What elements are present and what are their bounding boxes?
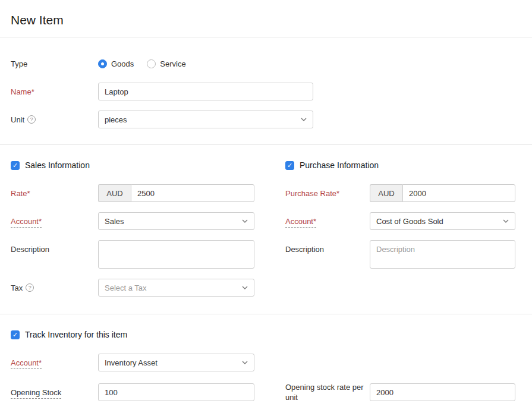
unit-row: Unit ? pieces xyxy=(11,111,521,128)
opening-stock-label-wrap: Opening Stock xyxy=(11,387,98,398)
purchase-account-select[interactable]: Cost of Goods Sold xyxy=(370,212,515,230)
chevron-down-icon xyxy=(301,118,307,121)
sales-tax-select[interactable]: Select a Tax xyxy=(98,279,254,297)
inventory-section: Track Inventory for this item Account* I… xyxy=(0,330,532,402)
sales-section-header: Sales Information xyxy=(11,160,285,170)
sales-rate-group: AUD xyxy=(98,184,254,202)
sales-tax-label-wrap: Tax ? xyxy=(11,283,98,293)
purchase-account-value: Cost of Goods Sold xyxy=(376,217,443,226)
purchase-rate-group: AUD xyxy=(370,184,515,202)
radio-service[interactable]: Service xyxy=(147,59,185,68)
checkbox-checked-icon[interactable] xyxy=(11,330,20,339)
opening-stock-rate-right: Opening stock rate per unit xyxy=(285,382,521,402)
sales-description-label: Description xyxy=(11,240,98,254)
inventory-section-header: Track Inventory for this item xyxy=(11,330,521,339)
type-label: Type xyxy=(11,59,98,69)
help-icon[interactable]: ? xyxy=(26,283,34,292)
sales-description-row: Description xyxy=(11,240,285,269)
sales-description-textarea[interactable] xyxy=(98,240,254,269)
opening-stock-rate-input[interactable] xyxy=(370,383,515,401)
type-radio-group: Goods Service xyxy=(98,59,186,68)
sales-account-label: Account* xyxy=(11,217,42,228)
sales-column: Sales Information Rate* AUD Account* Sal… xyxy=(11,145,285,297)
type-row: Type Goods Service xyxy=(11,59,521,69)
purchase-description-row: Description xyxy=(285,240,521,269)
purchase-account-label: Account* xyxy=(285,217,316,228)
name-label: Name* xyxy=(11,87,98,97)
purchase-account-label-wrap: Account* xyxy=(285,216,370,226)
radio-selected-icon[interactable] xyxy=(98,59,107,68)
purchase-rate-label: Purchase Rate* xyxy=(285,188,370,198)
sales-account-label-wrap: Account* xyxy=(11,216,98,226)
sales-tax-row: Tax ? Select a Tax xyxy=(11,279,285,297)
opening-stock-label: Opening Stock xyxy=(11,388,61,399)
purchase-description-textarea[interactable] xyxy=(370,240,515,269)
inventory-account-select[interactable]: Inventory Asset xyxy=(98,354,254,371)
sales-account-select[interactable]: Sales xyxy=(98,212,254,230)
radio-service-label: Service xyxy=(160,59,185,68)
unit-select[interactable]: pieces xyxy=(98,111,313,128)
chevron-down-icon xyxy=(242,361,248,364)
purchase-account-row: Account* Cost of Goods Sold xyxy=(285,212,521,230)
purchase-section-title: Purchase Information xyxy=(300,160,379,170)
new-item-page: New Item Type Goods Service Name* Uni xyxy=(0,0,532,402)
purchase-rate-input[interactable] xyxy=(402,184,515,202)
currency-prefix: AUD xyxy=(370,184,402,202)
sales-account-row: Account* Sales xyxy=(11,212,285,230)
opening-stock-rate-label: Opening stock rate per unit xyxy=(285,382,370,402)
unit-label: Unit xyxy=(11,115,24,125)
opening-stock-left: Opening Stock xyxy=(11,383,285,401)
opening-stock-input[interactable] xyxy=(98,383,254,401)
inventory-account-row: Account* Inventory Asset xyxy=(11,354,521,371)
currency-prefix: AUD xyxy=(98,184,131,202)
checkbox-checked-icon[interactable] xyxy=(285,161,294,170)
sales-rate-label: Rate* xyxy=(11,188,98,198)
name-input[interactable] xyxy=(98,83,313,100)
inventory-account-value: Inventory Asset xyxy=(105,358,158,367)
purchase-rate-row: Purchase Rate* AUD xyxy=(285,184,521,202)
radio-unselected-icon[interactable] xyxy=(147,59,156,68)
sales-account-value: Sales xyxy=(105,217,124,226)
unit-label-wrap: Unit ? xyxy=(11,115,98,125)
page-title: New Item xyxy=(11,13,521,27)
purchase-description-label: Description xyxy=(285,240,370,254)
inventory-section-title: Track Inventory for this item xyxy=(25,330,127,339)
chevron-down-icon xyxy=(503,219,509,223)
sales-section-title: Sales Information xyxy=(25,160,90,170)
section-divider xyxy=(0,314,532,314)
help-icon[interactable]: ? xyxy=(27,115,36,124)
opening-stock-row: Opening Stock Opening stock rate per uni… xyxy=(11,382,521,402)
name-row: Name* xyxy=(11,83,521,100)
inventory-account-label-wrap: Account* xyxy=(11,358,98,368)
page-header: New Item xyxy=(0,0,532,37)
sales-tax-label: Tax xyxy=(11,283,23,293)
chevron-down-icon xyxy=(242,219,248,223)
unit-select-value: pieces xyxy=(105,115,127,124)
purchase-column: Purchase Information Purchase Rate* AUD … xyxy=(285,145,521,297)
sales-purchase-section: Sales Information Rate* AUD Account* Sal… xyxy=(0,145,532,297)
sales-rate-row: Rate* AUD xyxy=(11,184,285,202)
chevron-down-icon xyxy=(242,286,248,289)
radio-goods[interactable]: Goods xyxy=(98,59,134,68)
sales-rate-input[interactable] xyxy=(131,184,254,202)
inventory-account-label: Account* xyxy=(11,358,42,369)
checkbox-checked-icon[interactable] xyxy=(11,161,20,170)
radio-goods-label: Goods xyxy=(111,59,134,68)
sales-tax-placeholder: Select a Tax xyxy=(105,283,147,292)
purchase-section-header: Purchase Information xyxy=(285,160,521,170)
